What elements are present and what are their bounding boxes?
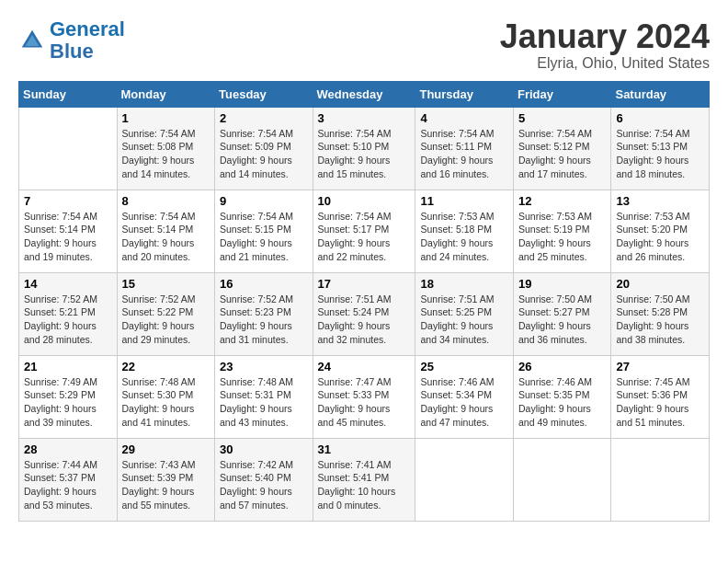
- day-info: Sunrise: 7:53 AMSunset: 5:20 PMDaylight:…: [616, 210, 704, 264]
- calendar-cell: 17Sunrise: 7:51 AMSunset: 5:24 PMDayligh…: [313, 272, 415, 355]
- day-info: Sunrise: 7:54 AMSunset: 5:14 PMDaylight:…: [122, 210, 210, 264]
- day-number: 2: [220, 111, 308, 125]
- day-number: 19: [518, 277, 607, 291]
- calendar-cell: 8Sunrise: 7:54 AMSunset: 5:14 PMDaylight…: [117, 190, 215, 272]
- day-info: Sunrise: 7:41 AMSunset: 5:41 PMDaylight:…: [318, 458, 411, 512]
- day-info: Sunrise: 7:48 AMSunset: 5:31 PMDaylight:…: [220, 375, 308, 430]
- day-number: 4: [420, 111, 508, 125]
- calendar-cell: 23Sunrise: 7:48 AMSunset: 5:31 PMDayligh…: [215, 355, 313, 438]
- day-number: 29: [122, 442, 210, 456]
- day-number: 25: [420, 360, 508, 373]
- logo: General Blue: [18, 18, 125, 63]
- calendar-cell: [611, 438, 710, 521]
- calendar-cell: 30Sunrise: 7:42 AMSunset: 5:40 PMDayligh…: [215, 438, 313, 521]
- day-number: 9: [220, 194, 308, 208]
- day-info: Sunrise: 7:46 AMSunset: 5:34 PMDaylight:…: [420, 375, 508, 430]
- day-info: Sunrise: 7:52 AMSunset: 5:23 PMDaylight:…: [220, 293, 308, 347]
- day-number: 31: [318, 442, 411, 456]
- day-number: 16: [220, 277, 308, 291]
- day-info: Sunrise: 7:53 AMSunset: 5:18 PMDaylight:…: [420, 210, 508, 264]
- calendar-cell: 11Sunrise: 7:53 AMSunset: 5:18 PMDayligh…: [415, 190, 514, 272]
- day-info: Sunrise: 7:50 AMSunset: 5:27 PMDaylight:…: [518, 293, 607, 347]
- day-info: Sunrise: 7:45 AMSunset: 5:36 PMDaylight:…: [616, 375, 704, 430]
- calendar-cell: 22Sunrise: 7:48 AMSunset: 5:30 PMDayligh…: [117, 355, 215, 438]
- day-info: Sunrise: 7:52 AMSunset: 5:21 PMDaylight:…: [24, 293, 112, 347]
- logo-line2: Blue: [50, 40, 94, 63]
- day-number: 24: [318, 360, 411, 373]
- day-number: 30: [220, 442, 308, 456]
- day-number: 3: [318, 111, 411, 125]
- day-number: 14: [24, 277, 112, 291]
- day-number: 21: [24, 360, 112, 373]
- calendar-cell: 6Sunrise: 7:54 AMSunset: 5:13 PMDaylight…: [611, 107, 710, 190]
- calendar-cell: 7Sunrise: 7:54 AMSunset: 5:14 PMDaylight…: [19, 190, 118, 272]
- calendar-body: 1Sunrise: 7:54 AMSunset: 5:08 PMDaylight…: [19, 107, 710, 521]
- header-tuesday: Tuesday: [215, 81, 313, 107]
- day-info: Sunrise: 7:54 AMSunset: 5:15 PMDaylight:…: [220, 210, 308, 264]
- day-info: Sunrise: 7:54 AMSunset: 5:09 PMDaylight:…: [220, 127, 308, 181]
- day-number: 26: [518, 360, 607, 373]
- calendar-cell: 5Sunrise: 7:54 AMSunset: 5:12 PMDaylight…: [513, 107, 611, 190]
- calendar-cell: 2Sunrise: 7:54 AMSunset: 5:09 PMDaylight…: [215, 107, 313, 190]
- calendar-cell: 29Sunrise: 7:43 AMSunset: 5:39 PMDayligh…: [117, 438, 215, 521]
- calendar-cell: 18Sunrise: 7:51 AMSunset: 5:25 PMDayligh…: [415, 272, 514, 355]
- calendar-cell: 21Sunrise: 7:49 AMSunset: 5:29 PMDayligh…: [19, 355, 118, 438]
- calendar-cell: 24Sunrise: 7:47 AMSunset: 5:33 PMDayligh…: [313, 355, 415, 438]
- header-wednesday: Wednesday: [313, 81, 415, 107]
- calendar-cell: 15Sunrise: 7:52 AMSunset: 5:22 PMDayligh…: [117, 272, 215, 355]
- day-info: Sunrise: 7:54 AMSunset: 5:11 PMDaylight:…: [420, 127, 508, 181]
- calendar-cell: 20Sunrise: 7:50 AMSunset: 5:28 PMDayligh…: [611, 272, 710, 355]
- day-info: Sunrise: 7:50 AMSunset: 5:28 PMDaylight:…: [616, 293, 704, 347]
- calendar-cell: 10Sunrise: 7:54 AMSunset: 5:17 PMDayligh…: [313, 190, 415, 272]
- header-saturday: Saturday: [611, 81, 710, 107]
- header-sunday: Sunday: [19, 81, 118, 107]
- calendar-cell: [415, 438, 514, 521]
- calendar-cell: [19, 107, 118, 190]
- day-number: 12: [518, 194, 607, 208]
- day-number: 8: [122, 194, 210, 208]
- day-info: Sunrise: 7:54 AMSunset: 5:13 PMDaylight:…: [616, 127, 704, 181]
- day-number: 10: [318, 194, 411, 208]
- calendar-cell: 14Sunrise: 7:52 AMSunset: 5:21 PMDayligh…: [19, 272, 118, 355]
- day-info: Sunrise: 7:53 AMSunset: 5:19 PMDaylight:…: [518, 210, 607, 264]
- day-number: 6: [616, 111, 704, 125]
- day-number: 17: [318, 277, 411, 291]
- day-number: 23: [220, 360, 308, 373]
- calendar-cell: 9Sunrise: 7:54 AMSunset: 5:15 PMDaylight…: [215, 190, 313, 272]
- day-number: 27: [616, 360, 704, 373]
- page-header: General Blue January 2024 Elyria, Ohio, …: [18, 18, 710, 72]
- day-info: Sunrise: 7:54 AMSunset: 5:17 PMDaylight:…: [318, 210, 411, 264]
- calendar-cell: 28Sunrise: 7:44 AMSunset: 5:37 PMDayligh…: [19, 438, 118, 521]
- calendar-cell: 16Sunrise: 7:52 AMSunset: 5:23 PMDayligh…: [215, 272, 313, 355]
- day-info: Sunrise: 7:54 AMSunset: 5:14 PMDaylight:…: [24, 210, 112, 264]
- logo-icon: [18, 27, 46, 54]
- calendar-cell: [513, 438, 611, 521]
- day-number: 20: [616, 277, 704, 291]
- logo-text: General Blue: [50, 18, 125, 63]
- calendar-header: SundayMondayTuesdayWednesdayThursdayFrid…: [19, 81, 710, 107]
- day-info: Sunrise: 7:43 AMSunset: 5:39 PMDaylight:…: [122, 458, 210, 512]
- week-row-0: 1Sunrise: 7:54 AMSunset: 5:08 PMDaylight…: [19, 107, 710, 190]
- day-number: 1: [122, 111, 210, 125]
- day-info: Sunrise: 7:52 AMSunset: 5:22 PMDaylight:…: [122, 293, 210, 347]
- calendar-cell: 12Sunrise: 7:53 AMSunset: 5:19 PMDayligh…: [513, 190, 611, 272]
- day-number: 5: [518, 111, 607, 125]
- day-info: Sunrise: 7:54 AMSunset: 5:08 PMDaylight:…: [122, 127, 210, 181]
- calendar-cell: 27Sunrise: 7:45 AMSunset: 5:36 PMDayligh…: [611, 355, 710, 438]
- day-number: 15: [122, 277, 210, 291]
- day-number: 28: [24, 442, 112, 456]
- week-row-3: 21Sunrise: 7:49 AMSunset: 5:29 PMDayligh…: [19, 355, 710, 438]
- day-info: Sunrise: 7:51 AMSunset: 5:25 PMDaylight:…: [420, 293, 508, 347]
- day-number: 13: [616, 194, 704, 208]
- day-info: Sunrise: 7:44 AMSunset: 5:37 PMDaylight:…: [24, 458, 112, 512]
- main-title: January 2024: [500, 18, 710, 55]
- day-info: Sunrise: 7:54 AMSunset: 5:12 PMDaylight:…: [518, 127, 607, 181]
- day-info: Sunrise: 7:48 AMSunset: 5:30 PMDaylight:…: [122, 375, 210, 430]
- calendar-cell: 19Sunrise: 7:50 AMSunset: 5:27 PMDayligh…: [513, 272, 611, 355]
- calendar-cell: 31Sunrise: 7:41 AMSunset: 5:41 PMDayligh…: [313, 438, 415, 521]
- week-row-2: 14Sunrise: 7:52 AMSunset: 5:21 PMDayligh…: [19, 272, 710, 355]
- header-monday: Monday: [117, 81, 215, 107]
- day-number: 11: [420, 194, 508, 208]
- day-number: 7: [24, 194, 112, 208]
- day-number: 18: [420, 277, 508, 291]
